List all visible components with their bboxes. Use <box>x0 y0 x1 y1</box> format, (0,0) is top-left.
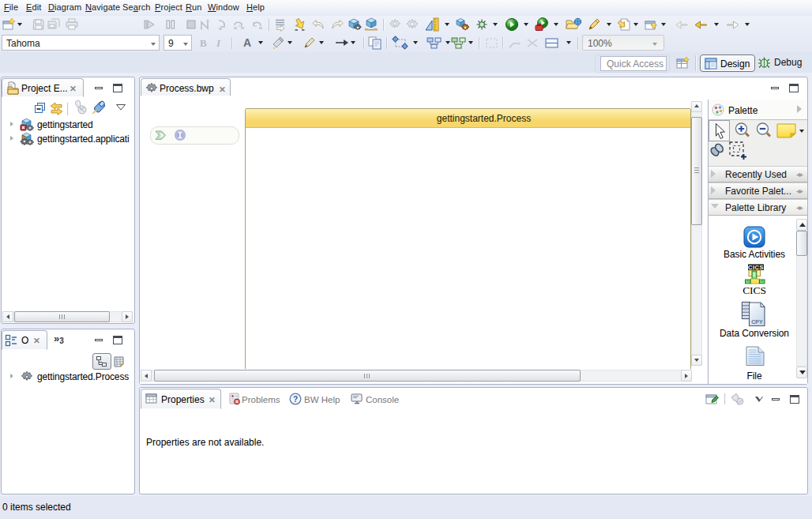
svg-text:?: ? <box>293 395 298 404</box>
svg-text:CPY: CPY <box>751 319 763 325</box>
